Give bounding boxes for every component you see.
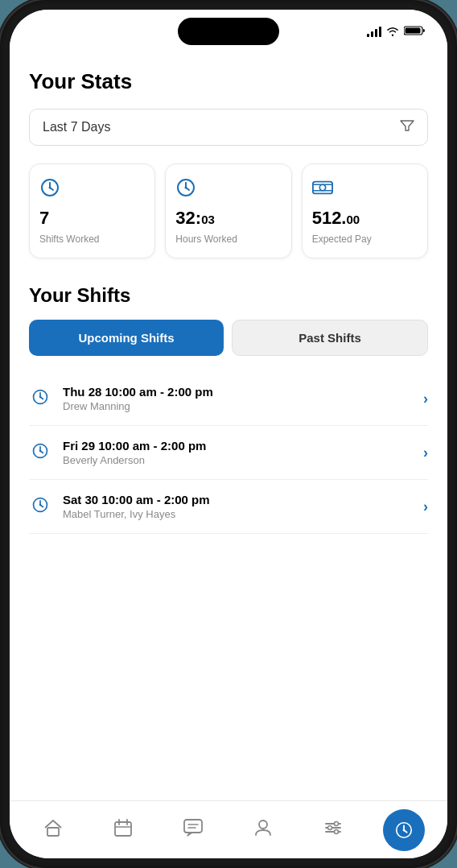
shift-clock-icon xyxy=(29,442,51,464)
shifts-section-title: Your Shifts xyxy=(29,284,428,307)
list-item[interactable]: Fri 29 10:00 am - 2:00 pm Beverly Anders… xyxy=(29,426,428,480)
shift-person: Beverly Anderson xyxy=(63,454,412,466)
stat-card-pay: 512.00 Expected Pay xyxy=(302,163,428,258)
chevron-right-icon: › xyxy=(423,444,428,461)
svg-rect-22 xyxy=(184,820,202,833)
status-icons xyxy=(367,25,425,39)
pay-label: Expected Pay xyxy=(312,234,372,245)
shifts-value: 7 xyxy=(39,209,49,227)
svg-point-4 xyxy=(49,187,51,189)
main-content: Your Stats Last 7 Days xyxy=(10,53,447,800)
tab-past[interactable]: Past Shifts xyxy=(232,320,428,356)
svg-point-25 xyxy=(259,820,267,829)
status-bar xyxy=(10,10,447,53)
shift-list: Thu 28 10:00 am - 2:00 pm Drew Manning › xyxy=(29,372,428,534)
svg-point-14 xyxy=(39,449,42,452)
calendar-icon xyxy=(114,819,132,841)
phone-screen: Your Stats Last 7 Days xyxy=(10,10,447,858)
svg-rect-1 xyxy=(406,27,421,33)
chat-icon xyxy=(183,819,203,841)
list-item[interactable]: Sat 30 10:00 am - 2:00 pm Mabel Turner, … xyxy=(29,480,428,534)
tab-upcoming[interactable]: Upcoming Shifts xyxy=(29,320,224,356)
shift-clock-icon xyxy=(29,496,51,518)
sliders-icon xyxy=(324,819,342,841)
shift-person: Mabel Turner, Ivy Hayes xyxy=(63,508,412,520)
nav-calendar[interactable] xyxy=(103,810,143,850)
home-icon xyxy=(43,819,63,841)
bottom-nav xyxy=(10,800,447,858)
phone-frame: Your Stats Last 7 Days xyxy=(0,0,457,868)
stats-grid: 7 Shifts Worked 32:03 Hours Worked xyxy=(29,163,428,258)
hours-value: 32:03 xyxy=(175,209,214,227)
shift-details: Sat 30 10:00 am - 2:00 pm Mabel Turner, … xyxy=(63,493,412,520)
hours-icon xyxy=(175,177,196,203)
shift-person: Drew Manning xyxy=(63,400,412,412)
svg-point-16 xyxy=(39,503,42,506)
svg-rect-18 xyxy=(115,822,131,836)
list-item[interactable]: Thu 28 10:00 am - 2:00 pm Drew Manning › xyxy=(29,372,428,426)
pay-icon xyxy=(312,177,333,203)
nav-home[interactable] xyxy=(33,810,73,850)
chevron-right-icon: › xyxy=(423,391,428,407)
hours-label: Hours Worked xyxy=(175,234,237,245)
shift-time: Fri 29 10:00 am - 2:00 pm xyxy=(63,439,412,453)
shifts-icon xyxy=(39,177,60,203)
signal-icon xyxy=(367,26,381,37)
nav-messages[interactable] xyxy=(173,810,213,850)
filter-label: Last 7 Days xyxy=(43,120,110,134)
shift-clock-icon xyxy=(29,388,51,410)
svg-point-33 xyxy=(402,829,405,831)
shifts-label: Shifts Worked xyxy=(39,234,99,245)
svg-marker-2 xyxy=(401,121,414,130)
pay-value: 512.00 xyxy=(312,209,360,227)
page-title: Your Stats xyxy=(29,69,428,94)
shift-details: Fri 29 10:00 am - 2:00 pm Beverly Anders… xyxy=(63,439,412,466)
nav-settings[interactable] xyxy=(313,810,353,850)
battery-icon xyxy=(404,25,425,39)
shift-time: Thu 28 10:00 am - 2:00 pm xyxy=(63,385,412,399)
stat-card-hours: 32:03 Hours Worked xyxy=(165,163,291,258)
wifi-icon xyxy=(386,25,399,39)
shift-time: Sat 30 10:00 am - 2:00 pm xyxy=(63,493,412,506)
fab-button[interactable] xyxy=(383,809,425,851)
svg-point-8 xyxy=(319,184,325,190)
svg-point-6 xyxy=(185,187,187,189)
svg-point-30 xyxy=(327,825,331,829)
svg-point-29 xyxy=(334,821,338,825)
filter-icon xyxy=(400,119,414,135)
shift-details: Thu 28 10:00 am - 2:00 pm Drew Manning xyxy=(63,385,412,412)
nav-profile[interactable] xyxy=(243,810,283,850)
profile-icon xyxy=(254,819,272,841)
chevron-right-icon: › xyxy=(423,498,428,515)
tabs-row: Upcoming Shifts Past Shifts xyxy=(29,320,428,356)
svg-rect-7 xyxy=(313,182,332,194)
filter-dropdown[interactable]: Last 7 Days xyxy=(29,109,428,146)
stat-card-shifts: 7 Shifts Worked xyxy=(29,163,155,258)
notch xyxy=(178,18,279,45)
svg-rect-17 xyxy=(47,828,59,836)
svg-point-31 xyxy=(334,829,338,833)
svg-point-12 xyxy=(39,395,42,398)
